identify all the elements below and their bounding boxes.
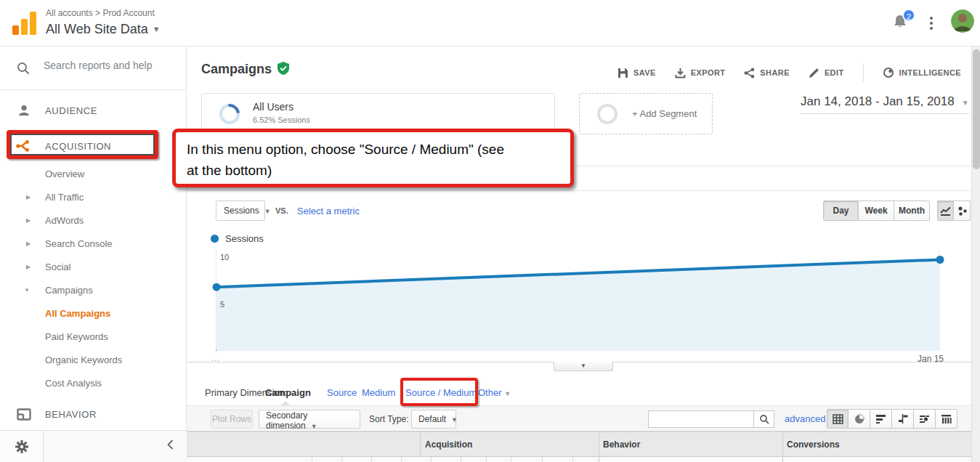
main-content: Campaigns SAVE EXPORT	[187, 46, 971, 462]
sidebar-item-campaigns[interactable]: ▼ Campaigns	[0, 279, 186, 301]
actions-divider	[863, 64, 864, 81]
granularity-month-button[interactable]: Month	[894, 200, 930, 221]
scatter-dots-icon	[957, 206, 967, 216]
table-search-input[interactable]	[648, 410, 753, 428]
expand-arrow-icon: ▶	[26, 217, 31, 224]
chevron-down-icon: ▼	[504, 390, 511, 397]
segment-donut-icon	[219, 104, 240, 124]
sidebar-item-behavior[interactable]: BEHAVIOR	[0, 401, 186, 427]
column-group-behavior[interactable]: Behavior	[603, 432, 640, 458]
notifications-button[interactable]: 2	[892, 13, 917, 35]
kebab-menu-icon[interactable]	[926, 15, 937, 32]
metric-dropdown[interactable]: Sessions▼	[216, 200, 265, 221]
dimension-other[interactable]: Other ▼	[478, 387, 511, 398]
user-avatar[interactable]	[951, 9, 974, 33]
comparison-view-button[interactable]	[892, 409, 914, 429]
sidebar-item-label: ACQUISITION	[45, 141, 111, 152]
sidebar-item-paid-keywords[interactable]: Paid Keywords	[0, 325, 186, 347]
sidebar-item-audience[interactable]: AUDIENCE	[0, 99, 186, 122]
google-analytics-logo	[12, 11, 38, 36]
secondary-dimension-dropdown[interactable]: Secondary dimension▼	[259, 410, 360, 429]
gear-icon	[14, 439, 30, 455]
table-view-button[interactable]	[827, 409, 849, 429]
granularity-week-button[interactable]: Week	[859, 200, 894, 221]
top-header: All accounts > Prod Account All Web Site…	[0, 0, 980, 46]
expand-arrow-icon: ▶	[26, 194, 31, 200]
term-cloud-icon	[919, 414, 930, 423]
share-button[interactable]: SHARE	[744, 68, 790, 78]
segment-detail: 6.52% Sessions	[253, 115, 310, 124]
acquisition-network-icon	[16, 138, 32, 154]
page-scrollbar[interactable]	[971, 46, 980, 462]
sidebar-item-cost-analysis[interactable]: Cost Analysis	[0, 372, 186, 394]
download-icon	[675, 68, 686, 78]
pie-chart-icon	[854, 414, 864, 424]
chevron-down-icon: ▼	[153, 25, 161, 33]
granularity-day-button[interactable]: Day	[823, 200, 859, 221]
dimension-source-medium[interactable]: Source / Medium	[405, 387, 477, 398]
intelligence-icon	[883, 67, 894, 78]
share-icon	[744, 68, 755, 78]
sidebar-search[interactable]	[0, 46, 186, 90]
data-table-icon	[833, 414, 843, 424]
sidebar: AUDIENCE ACQUISITION Overview ▶ All Traf…	[0, 46, 187, 462]
sidebar-item-label: AUDIENCE	[45, 105, 97, 116]
page-title: Campaigns	[201, 62, 289, 77]
y-axis-tick: 5	[220, 300, 224, 309]
plot-rows-button[interactable]: Plot Rows	[211, 410, 253, 429]
property-selector[interactable]: All Web Site Data▼	[46, 22, 161, 37]
sidebar-item-organic-keywords[interactable]: Organic Keywords	[0, 349, 186, 370]
sidebar-item-adwords[interactable]: ▶ AdWords	[0, 209, 186, 231]
collapse-sidebar-button[interactable]	[167, 439, 174, 453]
divider	[187, 190, 971, 191]
sessions-line-chart[interactable]: 10 5	[216, 251, 939, 351]
scrollbar-thumb[interactable]	[973, 49, 980, 169]
line-chart-type-button[interactable]	[937, 200, 954, 221]
dimension-campaign[interactable]: Campaign	[265, 387, 311, 398]
breadcrumb[interactable]: All accounts > Prod Account	[46, 8, 155, 18]
line-chart-icon	[940, 206, 951, 216]
chevron-down-icon: ▼	[962, 99, 969, 107]
column-group-acquisition[interactable]: Acquisition	[425, 432, 472, 458]
annotation-callout: In this menu option, choose "Source / Me…	[172, 129, 574, 187]
export-button[interactable]: EXPORT	[675, 68, 726, 78]
date-range-selector[interactable]: Jan 14, 2018 - Jan 15, 2018▼	[801, 94, 969, 114]
intelligence-button[interactable]: INTELLIGENCE	[883, 67, 961, 78]
edit-button[interactable]: EDIT	[809, 68, 844, 78]
sidebar-item-acquisition[interactable]: ACQUISITION	[0, 132, 186, 160]
segment-donut-icon	[597, 104, 617, 124]
save-button[interactable]: SAVE	[617, 68, 656, 78]
collapse-chart-button[interactable]: ▼	[554, 362, 613, 371]
dimension-source[interactable]: Source	[327, 387, 357, 398]
performance-view-button[interactable]	[870, 409, 892, 429]
collapse-arrow-icon: ▼	[24, 287, 30, 293]
chart-type-toggle	[937, 200, 971, 221]
settings-button[interactable]	[0, 431, 44, 462]
y-axis-tick: 10	[220, 253, 229, 262]
percentage-view-button[interactable]	[849, 409, 870, 429]
search-reports-input[interactable]	[44, 60, 174, 71]
horizontal-bars-icon	[875, 414, 886, 423]
column-group-conversions[interactable]: Conversions	[787, 432, 840, 458]
pivot-view-button[interactable]	[936, 409, 957, 429]
chevron-left-icon	[167, 439, 174, 450]
sidebar-item-overview[interactable]: Overview	[0, 163, 186, 185]
sidebar-item-search-console[interactable]: ▶ Search Console	[0, 232, 186, 254]
add-segment-button[interactable]: + Add Segment	[579, 93, 713, 134]
behavior-panel-icon	[16, 406, 32, 422]
advanced-filter-link[interactable]: advanced	[785, 413, 825, 424]
select-metric-link[interactable]: Select a metric	[297, 206, 360, 216]
table-search-button[interactable]	[753, 410, 774, 428]
sort-type-dropdown[interactable]: Default▼	[411, 410, 456, 429]
sidebar-item-all-campaigns[interactable]: All Campaigns	[0, 302, 186, 324]
chevron-down-icon: ▼	[311, 423, 317, 430]
sidebar-item-social[interactable]: ▶ Social	[0, 256, 186, 277]
table-toolbar: Plot Rows Secondary dimension▼ Sort Type…	[187, 405, 971, 431]
term-cloud-view-button[interactable]	[914, 409, 936, 429]
motion-chart-type-button[interactable]	[954, 200, 971, 221]
person-icon	[16, 102, 32, 118]
dimension-medium[interactable]: Medium	[362, 387, 395, 398]
save-icon	[617, 68, 628, 78]
expand-arrow-icon: ▶	[26, 264, 31, 270]
sidebar-item-all-traffic[interactable]: ▶ All Traffic	[0, 186, 186, 208]
